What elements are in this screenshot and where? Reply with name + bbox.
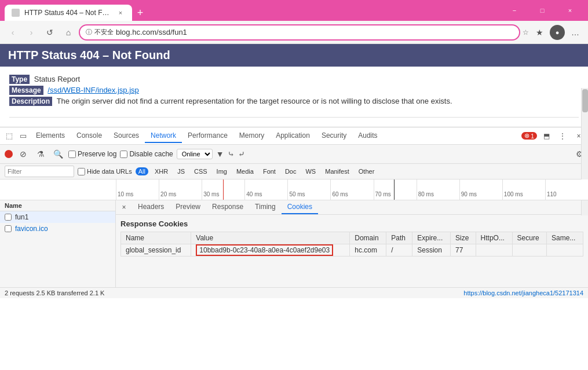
- more-options-icon[interactable]: …: [567, 24, 583, 41]
- bookmark-icon[interactable]: ☆: [523, 28, 529, 36]
- file-checkbox-favicon[interactable]: [5, 225, 12, 232]
- filter-type-font[interactable]: Font: [260, 167, 279, 175]
- error-icon: ⊗: [524, 132, 529, 140]
- status-bar: 2 requests 2.5 KB transferred 2.1 K http…: [0, 287, 588, 298]
- security-label: 不安全: [94, 28, 114, 36]
- filter-type-other[interactable]: Other: [356, 167, 378, 175]
- filter-type-doc[interactable]: Doc: [282, 167, 300, 175]
- cookies-table-head: Name Value Domain Path Expire... Size Ht…: [121, 232, 583, 244]
- filter-type-img[interactable]: Img: [214, 167, 230, 175]
- request-tab-response[interactable]: Response: [206, 200, 249, 214]
- hide-data-urls-checkbox[interactable]: Hide data URLs: [78, 168, 132, 175]
- cookie-samesite: [546, 244, 583, 257]
- name-column-header: Name: [0, 200, 115, 211]
- network-file-favicon[interactable]: favicon.ico: [0, 223, 115, 235]
- maximize-button[interactable]: □: [529, 1, 556, 20]
- description-label: Description: [9, 97, 52, 106]
- refresh-button[interactable]: ↺: [42, 24, 58, 41]
- devtools-tab-console[interactable]: Console: [71, 129, 108, 143]
- search-button[interactable]: 🔍: [51, 147, 65, 161]
- request-detail-close[interactable]: ×: [118, 202, 130, 213]
- back-button[interactable]: ‹: [5, 24, 21, 41]
- record-button[interactable]: [5, 150, 13, 158]
- file-name-fun1: fun1: [15, 213, 28, 221]
- filter-type-media[interactable]: Media: [233, 167, 257, 175]
- page-title: HTTP Status 404 – Not Found: [8, 49, 170, 61]
- message-link[interactable]: /ssd/WEB-INF/index.jsp.jsp: [48, 86, 139, 94]
- divider: [9, 117, 579, 118]
- inspect-element-icon[interactable]: ⬚: [2, 129, 16, 143]
- cookies-header-row: Name Value Domain Path Expire... Size Ht…: [121, 232, 583, 244]
- address-bar[interactable]: ⓘ 不安全 blog.hc.com/ssd/fun1: [79, 24, 520, 41]
- request-tab-headers[interactable]: Headers: [132, 200, 170, 214]
- filter-type-manifest[interactable]: Manifest: [322, 167, 352, 175]
- file-checkbox-fun1[interactable]: [5, 214, 12, 221]
- export-icon[interactable]: ⤶: [238, 149, 245, 159]
- filter-input[interactable]: [5, 166, 74, 177]
- mark-20ms: 20 ms: [159, 179, 202, 200]
- preserve-log-input[interactable]: [68, 151, 76, 158]
- url-text[interactable]: blog.hc.com/ssd/fun1: [116, 28, 513, 36]
- devtools-tab-network[interactable]: Network: [145, 129, 182, 143]
- filter-type-ws[interactable]: WS: [302, 167, 319, 175]
- cookie-secure: [512, 244, 546, 257]
- mark-10ms: 10 ms: [116, 179, 159, 200]
- type-row: Type Status Report: [9, 75, 579, 83]
- devtools-tab-audits[interactable]: Audits: [352, 129, 383, 143]
- devtools-tab-security[interactable]: Security: [316, 129, 352, 143]
- hide-data-urls-input[interactable]: [78, 168, 85, 175]
- network-file-fun1[interactable]: fun1: [0, 211, 115, 223]
- description-value: The origin server did not find a current…: [57, 97, 452, 105]
- devtools-tab-performance[interactable]: Performance: [182, 129, 233, 143]
- devtools-more-icon[interactable]: ⋮: [556, 129, 569, 143]
- type-value: Status Report: [34, 75, 81, 83]
- tab-close-button[interactable]: ×: [116, 8, 125, 17]
- home-button[interactable]: ⌂: [60, 24, 76, 41]
- network-toolbar: ⊘ ⚗ 🔍 Preserve log Disable cache Online …: [0, 145, 588, 164]
- preserve-log-checkbox[interactable]: Preserve log: [68, 150, 116, 158]
- devtools-tab-application[interactable]: Application: [270, 129, 316, 143]
- request-tab-cookies[interactable]: Cookies: [282, 200, 318, 214]
- devtools-tab-memory[interactable]: Memory: [233, 129, 270, 143]
- devtools-tab-sources[interactable]: Sources: [108, 129, 145, 143]
- cookie-value-highlight: 10bbad9b-0c23-40a8-a0ea-4c0aef2d9e03: [196, 244, 333, 256]
- minimize-button[interactable]: −: [501, 1, 528, 20]
- request-tab-timing[interactable]: Timing: [249, 200, 282, 214]
- disable-cache-label: Disable cache: [129, 150, 173, 158]
- network-list: Name fun1 favicon.ico × Headers Preview …: [0, 200, 588, 287]
- throttle-select[interactable]: Online: [177, 149, 213, 159]
- hide-data-urls-label: Hide data URLs: [87, 168, 132, 175]
- favorites-icon[interactable]: ★: [531, 24, 547, 41]
- forward-button[interactable]: ›: [23, 24, 39, 41]
- filter-type-xhr[interactable]: XHR: [152, 167, 171, 175]
- throttle-dropdown-icon[interactable]: ▼: [216, 149, 224, 159]
- message-row: Message /ssd/WEB-INF/index.jsp.jsp: [9, 86, 579, 94]
- scrollbar-thumb[interactable]: [582, 89, 588, 112]
- close-button[interactable]: ×: [557, 1, 583, 20]
- col-header-samesite: Same...: [546, 232, 583, 244]
- cookies-content: Response Cookies Name Value Domain Path …: [116, 215, 588, 287]
- filter-type-css[interactable]: CSS: [191, 167, 210, 175]
- disable-cache-checkbox[interactable]: Disable cache: [120, 150, 173, 158]
- description-row: Description The origin server did not fi…: [9, 97, 579, 105]
- new-tab-button[interactable]: +: [132, 5, 148, 21]
- devtools-tab-elements[interactable]: Elements: [30, 129, 71, 143]
- disable-cache-input[interactable]: [120, 151, 127, 158]
- filter-type-all[interactable]: All: [136, 167, 148, 175]
- mark-60ms: 60 ms: [330, 179, 373, 200]
- profile-icon[interactable]: ●: [550, 25, 565, 40]
- col-header-expires: Expire...: [412, 232, 451, 244]
- active-tab[interactable]: HTTP Status 404 – Not Found ×: [5, 5, 132, 21]
- error-badge: ⊗ 1: [521, 132, 537, 140]
- filter-toggle-button[interactable]: ⚗: [34, 147, 48, 161]
- screenshot-icon[interactable]: ⬒: [539, 129, 553, 143]
- filter-type-js[interactable]: JS: [174, 167, 188, 175]
- request-stats: 2 requests 2.5 KB transferred 2.1 K: [5, 290, 104, 296]
- device-toolbar-icon[interactable]: ▭: [16, 129, 30, 143]
- mark-40ms: 40 ms: [244, 179, 287, 200]
- page-body: Type Status Report Message /ssd/WEB-INF/…: [9, 67, 579, 113]
- clear-button[interactable]: ⊘: [16, 147, 30, 161]
- request-tab-preview[interactable]: Preview: [170, 200, 206, 214]
- mark-70ms: 70 ms: [374, 179, 417, 200]
- import-icon[interactable]: ⤷: [228, 149, 235, 159]
